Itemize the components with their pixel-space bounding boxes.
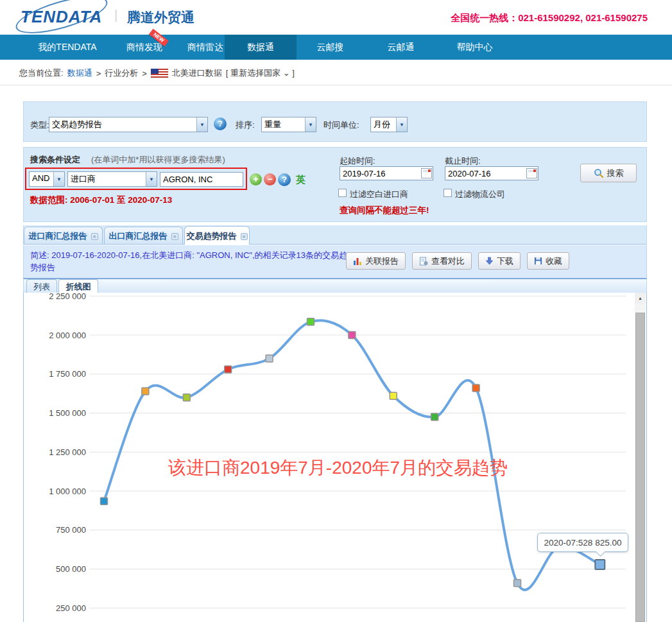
- data-point-2020-05[interactable]: [514, 580, 521, 587]
- data-point-2019-09[interactable]: [183, 394, 190, 401]
- operator-select[interactable]: AND ▼: [29, 171, 65, 187]
- tab-label: 进口商汇总报告: [29, 231, 87, 241]
- floppy-disk-icon: [534, 257, 542, 265]
- scrollbar-thumb[interactable]: [635, 313, 645, 622]
- time-unit-select[interactable]: 月份 ▼: [370, 117, 408, 132]
- interval-warning: 查询间隔不能超过三年!: [340, 205, 429, 216]
- search-section: 搜索条件设定 (在单词中加*用以获得更多搜索结果) AND ▼ 进口商 ▼ + …: [23, 147, 647, 222]
- nav-item-help-center[interactable]: 帮助中心: [438, 35, 512, 60]
- add-condition-icon[interactable]: +: [250, 173, 262, 186]
- keyword-input[interactable]: [160, 172, 243, 187]
- calendar-icon[interactable]: [526, 168, 537, 178]
- search-button[interactable]: 搜索: [580, 164, 637, 182]
- related-report-button[interactable]: 关联报告: [346, 252, 406, 270]
- sort-select-value: 重量: [262, 117, 305, 132]
- data-point-2019-12[interactable]: [307, 318, 314, 325]
- calendar-icon[interactable]: [421, 168, 432, 178]
- data-point-2019-10[interactable]: [225, 366, 232, 373]
- trend-line: [104, 320, 600, 590]
- y-axis-label: 2 000 000: [49, 331, 86, 340]
- data-point-2020-03[interactable]: [431, 413, 438, 420]
- tab-line-chart-view[interactable]: 折线图: [58, 279, 98, 293]
- data-point-2020-07[interactable]: [595, 560, 605, 569]
- tab-trend-report[interactable]: 交易趋势报告×: [184, 226, 250, 245]
- chevron-down-icon[interactable]: ▼: [305, 117, 316, 132]
- tab-exporter-summary[interactable]: 出口商汇总报告×: [104, 227, 183, 244]
- sort-label: 排序:: [236, 119, 255, 131]
- time-unit-label: 时间单位:: [323, 119, 359, 131]
- sort-select[interactable]: 重量 ▼: [261, 117, 316, 132]
- button-label: 收藏: [546, 255, 562, 267]
- operator-value: AND: [30, 172, 53, 186]
- summary-text: 简述: 2019-07-16-2020-07-16,在北美进口商: "AGRON…: [30, 249, 354, 273]
- line-chart: 2 250 0002 000 0001 750 0001 500 0001 25…: [24, 293, 632, 622]
- data-point-2019-11[interactable]: [266, 355, 273, 362]
- page: TENDATA | 腾道外贸通 全国统一热线：021-61590292, 021…: [0, 0, 672, 622]
- scroll-up-icon[interactable]: ▲: [635, 293, 646, 304]
- filter-section: 类型: 交易趋势报告 ▼ ? 排序: 重量 ▼ 时间单位: 月份 ▼: [23, 101, 647, 142]
- tab-list-view[interactable]: 列表: [26, 279, 57, 293]
- filter-logistics-checkbox[interactable]: [444, 189, 452, 197]
- nav-item-discovery[interactable]: 商情发现: [112, 35, 177, 60]
- chevron-down-icon[interactable]: ▼: [196, 117, 207, 132]
- reselect-country[interactable]: [ 重新选择国家 ⌄ ]: [226, 67, 295, 79]
- end-date-input[interactable]: [445, 166, 538, 180]
- action-buttons: 关联报告 查看对比 下载: [346, 252, 569, 270]
- chevron-down-icon[interactable]: ▼: [396, 117, 407, 132]
- download-button[interactable]: 下载: [478, 252, 521, 270]
- chevron-down-icon[interactable]: ▼: [146, 172, 157, 186]
- y-axis-label: 1 250 000: [49, 447, 86, 457]
- nav-item-cloud-mail-search[interactable]: 云邮搜: [297, 35, 364, 60]
- favorite-button[interactable]: 收藏: [527, 252, 569, 270]
- y-axis-label: 250 000: [56, 603, 86, 613]
- view-compare-button[interactable]: 查看对比: [412, 252, 472, 270]
- report-tabs-bar: 进口商汇总报告× 出口商汇总报告× 交易趋势报告×: [23, 225, 647, 245]
- download-arrow-icon: [485, 257, 494, 265]
- tab-importer-summary[interactable]: 进口商汇总报告×: [24, 227, 103, 244]
- help-icon[interactable]: ?: [214, 117, 227, 130]
- breadcrumb-link-datahub[interactable]: 数据通: [67, 67, 92, 79]
- filter-blank-checkbox[interactable]: [338, 189, 347, 197]
- breadcrumb-prefix: 您当前位置:: [19, 67, 64, 79]
- data-point-2019-07[interactable]: [101, 497, 108, 505]
- trend-chart-area: 2 250 0002 000 0001 750 0001 500 0001 25…: [23, 293, 647, 622]
- data-point-2020-02[interactable]: [390, 392, 397, 399]
- logo: TENDATA: [21, 7, 102, 27]
- start-time-label: 起始时间:: [340, 155, 375, 167]
- search-button-label: 搜索: [607, 168, 624, 179]
- view-tabs-bar: 列表 折线图: [23, 278, 647, 293]
- summary-bar: 简述: 2019-07-16-2020-07-16,在北美进口商: "AGRON…: [23, 245, 647, 278]
- field-select[interactable]: 进口商 ▼: [67, 171, 157, 187]
- chart-tooltip: 2020-07:528 825.00: [537, 533, 628, 552]
- data-point-2020-01[interactable]: [349, 332, 356, 339]
- type-select[interactable]: 交易趋势报告 ▼: [49, 117, 208, 132]
- data-range: 数据范围: 2006-07-01 至 2020-07-13: [30, 194, 172, 206]
- tab-label: 出口商汇总报告: [109, 231, 168, 241]
- close-icon[interactable]: ×: [91, 233, 98, 240]
- search-title: 搜索条件设定: [30, 154, 80, 166]
- nav-item-cloud-mail[interactable]: 云邮通: [364, 35, 438, 60]
- chevron-down-icon[interactable]: ▼: [53, 172, 64, 186]
- nav-item-data-hub[interactable]: 数据通: [225, 35, 297, 60]
- language-toggle[interactable]: 英: [296, 174, 306, 186]
- close-icon[interactable]: ×: [241, 233, 248, 240]
- close-icon[interactable]: ×: [171, 233, 178, 240]
- time-unit-select-value: 月份: [371, 117, 396, 132]
- breadcrumb-current: 北美进口数据: [172, 67, 222, 79]
- data-point-2020-04[interactable]: [472, 384, 479, 392]
- y-axis-label: 1 750 000: [49, 369, 86, 379]
- y-axis-label: 1 000 000: [49, 487, 86, 496]
- button-label: 查看对比: [431, 255, 465, 267]
- data-point-2019-08[interactable]: [142, 388, 149, 395]
- condition-help-icon[interactable]: ?: [278, 173, 291, 186]
- type-label: 类型:: [30, 119, 49, 131]
- end-time-label: 截止时间:: [445, 155, 481, 167]
- remove-condition-icon[interactable]: −: [264, 173, 276, 186]
- start-date-input[interactable]: [340, 166, 433, 180]
- bar-chart-icon: [353, 257, 362, 266]
- breadcrumb: 您当前位置: 数据通 > 行业分析 > 北美进口数据 [ 重新选择国家 ⌄ ]: [19, 67, 295, 79]
- scrollbar[interactable]: ▲: [635, 293, 646, 622]
- breadcrumb-sep: >: [142, 69, 147, 78]
- nav-item-my-tendata[interactable]: 我的TENDATA: [22, 35, 112, 60]
- main-nav: 我的TENDATA 商情发现 商情雷达 数据通 云邮搜 云邮通 帮助中心: [0, 35, 672, 60]
